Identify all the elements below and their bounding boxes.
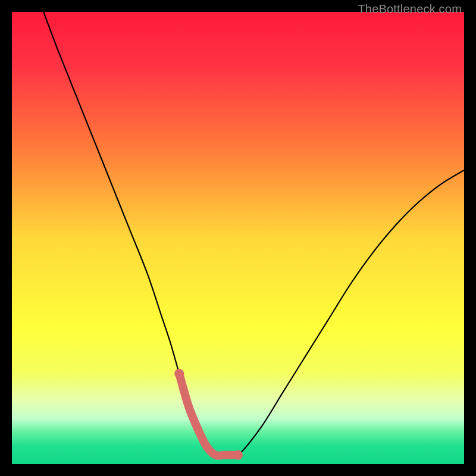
gradient-rect [12, 12, 464, 464]
bottleneck-plot [12, 12, 464, 464]
chart-frame [12, 12, 464, 464]
watermark-text: TheBottleneck.com [358, 2, 462, 16]
highlight-endpoint [174, 369, 184, 378]
highlight-endpoint [233, 450, 243, 460]
